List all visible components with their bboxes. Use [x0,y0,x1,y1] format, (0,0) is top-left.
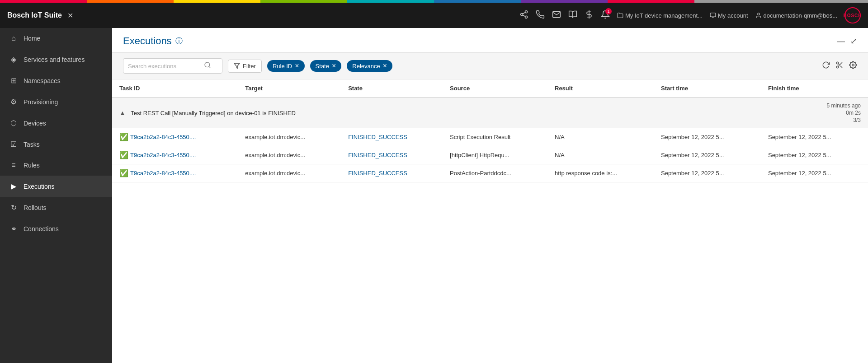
page-title-area: Executions ⓘ [123,35,183,52]
source-cell: [httpClient] HttpRequ... [443,146,547,164]
search-box[interactable] [123,58,222,74]
task-id-cell: ✅ T9ca2b2a2-84c3-4550.... [112,128,238,146]
group-row: ▲ Test REST Call [Manually Triggered] on… [112,98,868,128]
sidebar-item-rollouts[interactable]: ↻ Rollouts [0,197,112,218]
success-icon-2: ✅ [119,169,128,177]
sidebar-item-services[interactable]: ◈ Services and features [0,49,112,70]
col-source: Source [443,79,547,98]
mail-icon[interactable] [552,10,561,21]
sidebar-item-home[interactable]: ⌂ Home [0,28,112,49]
scissors-button[interactable] [835,61,844,71]
maximize-button[interactable]: ⤢ [850,36,857,46]
executions-icon: ▶ [9,182,18,191]
search-input[interactable] [128,63,200,70]
finish-time-cell: September 12, 2022 5... [761,146,868,164]
filter-button[interactable]: Filter [228,60,262,73]
relevance-chip-close[interactable]: × [383,62,387,70]
svg-point-2 [525,16,528,18]
devices-icon: ⬡ [9,119,18,127]
rule-id-chip[interactable]: Rule ID × [267,60,305,72]
col-task-id: Task ID [112,79,238,98]
minimize-button[interactable]: — [837,36,845,46]
filter-label: Filter [243,63,256,70]
group-count: 3/3 [853,117,861,123]
group-time-ago: 5 minutes ago [827,102,861,109]
rule-id-chip-label: Rule ID [273,63,292,70]
svg-line-17 [838,64,840,65]
rollouts-icon: ↻ [9,203,18,212]
connections-icon: ⚭ [9,224,18,233]
col-start-time: Start time [654,79,761,98]
my-account-link[interactable]: My account [710,12,748,19]
state-chip-close[interactable]: × [332,62,336,70]
book-icon[interactable] [568,10,577,21]
rule-id-chip-close[interactable]: × [295,62,299,70]
table-row[interactable]: ✅ T9ca2b2a2-84c3-4550.... example.iot.dm… [112,146,868,164]
finish-time-cell: September 12, 2022 5... [761,128,868,146]
svg-line-11 [209,66,210,68]
bosch-logo: BOSCH [844,7,861,23]
sidebar-item-rules[interactable]: ≡ Rules [0,155,112,176]
col-state: State [341,79,443,98]
app-title: Bosch IoT Suite [7,11,62,19]
sidebar-item-services-label: Services and features [24,56,85,63]
group-duration: 0m 2s [846,110,861,116]
svg-marker-12 [234,64,240,69]
svg-point-1 [521,13,523,15]
page-title: Executions [123,35,172,47]
table-container: Task ID Target State Source Result Start… [112,79,868,363]
sidebar-item-provisioning-label: Provisioning [24,98,58,106]
target-cell: example.iot.dm:devic... [238,164,341,182]
services-icon: ◈ [9,55,18,64]
sidebar-item-devices-label: Devices [24,120,46,127]
start-time-cell: September 12, 2022 5... [654,128,761,146]
notification-bell[interactable]: 1 [601,10,610,21]
sidebar-item-executions[interactable]: ▶ Executions [0,176,112,197]
share-icon[interactable] [519,10,528,21]
settings-button[interactable] [849,61,857,71]
success-icon-0: ✅ [119,133,128,141]
sidebar-item-devices[interactable]: ⬡ Devices [0,112,112,134]
group-row-label: Test REST Call [Manually Triggered] on d… [131,110,296,116]
home-icon: ⌂ [9,34,18,42]
table-header-row: Task ID Target State Source Result Start… [112,79,868,98]
state-chip[interactable]: State × [310,60,342,72]
info-icon[interactable]: ⓘ [175,37,183,46]
state-cell: FINISHED_SUCCESS [341,128,443,146]
table-row[interactable]: ✅ T9ca2b2a2-84c3-4550.... example.iot.dm… [112,164,868,182]
svg-point-14 [836,66,839,68]
phone-icon[interactable] [536,10,545,21]
sidebar-item-connections-label: Connections [24,225,59,233]
dollar-icon[interactable] [585,10,594,21]
svg-point-0 [525,10,528,13]
sidebar: ⌂ Home ◈ Services and features ⊞ Namespa… [0,28,112,363]
sidebar-item-connections[interactable]: ⚭ Connections [0,218,112,239]
group-row-label-cell: ▲ Test REST Call [Manually Triggered] on… [112,98,761,128]
relevance-chip[interactable]: Relevance × [347,60,392,72]
source-cell: Script Execution Result [443,128,547,146]
group-info: 5 minutes ago 0m 2s 3/3 [768,102,861,123]
start-time-cell: September 12, 2022 5... [654,164,761,182]
collapse-button[interactable]: ▲ [119,109,126,116]
source-cell: PostAction-Partddcdc... [443,164,547,182]
search-icon [204,61,211,70]
refresh-button[interactable] [822,61,830,71]
sidebar-item-namespaces[interactable]: ⊞ Namespaces [0,70,112,91]
close-sidebar-button[interactable]: ✕ [67,11,73,20]
my-iot-link[interactable]: My IoT device management... [617,12,703,19]
sidebar-item-tasks[interactable]: ☑ Tasks [0,134,112,155]
task-id-cell: ✅ T9ca2b2a2-84c3-4550.... [112,164,238,182]
svg-rect-6 [710,13,716,17]
tasks-icon: ☑ [9,140,18,149]
main-layout: ⌂ Home ◈ Services and features ⊞ Namespa… [0,28,868,363]
success-icon-1: ✅ [119,151,128,159]
table-row[interactable]: ✅ T9ca2b2a2-84c3-4550.... example.iot.dm… [112,128,868,146]
toolbar: Filter Rule ID × State × Relevance × [112,53,868,79]
result-cell: N/A [547,146,654,164]
sidebar-item-provisioning[interactable]: ⚙ Provisioning [0,91,112,112]
toolbar-right [822,61,857,71]
header-actions: — ⤢ [837,36,857,51]
sidebar-item-namespaces-label: Namespaces [24,77,61,84]
user-account-link[interactable]: documentation-qmm@bos... [755,12,838,19]
provisioning-icon: ⚙ [9,98,18,106]
